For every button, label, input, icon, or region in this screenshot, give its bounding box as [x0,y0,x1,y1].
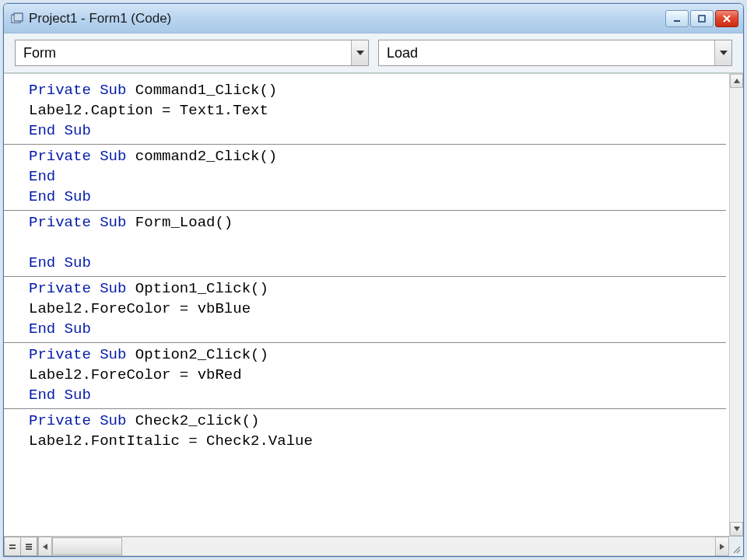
chevron-up-icon [734,79,740,83]
code-line[interactable]: End Sub [29,253,726,273]
code-line[interactable]: End Sub [29,319,726,339]
procedure-block: Private Sub Check2_click()Label2.FontIta… [4,409,726,454]
code-line[interactable]: End Sub [29,385,726,405]
hscroll-track[interactable] [52,537,715,556]
size-grip[interactable] [729,537,743,556]
hscroll-thumb[interactable] [52,537,122,555]
full-module-icon [24,542,33,551]
close-button[interactable] [715,10,738,27]
titlebar[interactable]: Project1 - Form1 (Code) [4,4,743,33]
chevron-right-icon [720,544,724,550]
vertical-scrollbar[interactable] [729,74,743,536]
code-line[interactable]: Label2.ForeColor = vbRed [29,365,726,385]
bottom-bar [4,536,743,556]
close-icon [722,14,731,23]
code-line[interactable]: Label2.Caption = Text1.Text [29,100,726,121]
procedure-combo[interactable]: Load [378,40,732,66]
code-line[interactable]: End Sub [29,187,726,207]
procedure-block: Private Sub Command1_Click()Label2.Capti… [4,79,726,145]
scroll-down-button[interactable] [730,522,743,536]
svg-rect-2 [674,20,680,22]
resize-grip-icon [732,545,742,555]
view-mode-buttons [4,537,38,556]
code-line[interactable]: Private Sub Option2_Click() [29,345,726,365]
code-line[interactable]: Private Sub Option1_Click() [29,278,726,299]
procedure-block: Private Sub command2_Click()EndEnd Sub [4,145,726,211]
minimize-button[interactable] [665,10,689,27]
code-line[interactable]: End Sub [29,121,726,141]
svg-rect-3 [699,16,705,22]
window-controls [665,10,738,27]
single-proc-icon [8,542,17,551]
code-line[interactable]: Private Sub Command1_Click() [29,80,726,100]
svg-rect-7 [26,546,32,548]
minimize-icon [672,14,682,23]
svg-rect-5 [9,548,16,549]
editor-wrap: Private Sub Command1_Click()Label2.Capti… [4,73,743,536]
object-combo[interactable]: Form [15,40,369,66]
maximize-icon [697,14,707,23]
chevron-down-icon [351,40,368,65]
scroll-right-button[interactable] [715,537,729,556]
scroll-left-button[interactable] [38,537,52,556]
svg-rect-6 [26,544,32,545]
code-line[interactable]: Label2.FontItalic = Check2.Value [29,431,726,451]
chevron-down-icon [734,527,740,531]
code-line[interactable] [29,233,726,253]
procedure-combo-text: Load [379,45,714,61]
code-window: Project1 - Form1 (Code) Form Load [3,3,744,557]
scroll-up-button[interactable] [730,74,743,88]
procedure-view-button[interactable] [4,537,21,556]
full-module-view-button[interactable] [20,537,37,556]
procedure-block: Private Sub Option2_Click()Label2.ForeCo… [4,343,726,409]
chevron-down-icon [714,40,731,65]
procedure-block: Private Sub Option1_Click()Label2.ForeCo… [4,277,726,343]
code-line[interactable]: Private Sub command2_Click() [29,146,726,166]
code-editor[interactable]: Private Sub Command1_Click()Label2.Capti… [4,74,729,536]
horizontal-scrollbar[interactable] [38,537,729,556]
svg-rect-4 [9,544,16,546]
code-line[interactable]: Private Sub Form_Load() [29,212,726,233]
app-icon [10,12,24,26]
code-line[interactable]: Label2.ForeColor = vbBlue [29,299,726,319]
svg-rect-1 [14,13,23,21]
object-combo-text: Form [16,45,351,61]
scrollbar-track[interactable] [730,88,743,522]
procedure-block: Private Sub Form_Load() End Sub [4,211,726,277]
window-title: Project1 - Form1 (Code) [29,11,665,26]
code-line[interactable]: Private Sub Check2_click() [29,411,726,431]
maximize-button[interactable] [690,10,714,27]
chevron-left-icon [43,544,47,550]
selector-bar: Form Load [4,33,743,73]
svg-rect-8 [26,548,32,550]
code-line[interactable]: End [29,166,726,187]
